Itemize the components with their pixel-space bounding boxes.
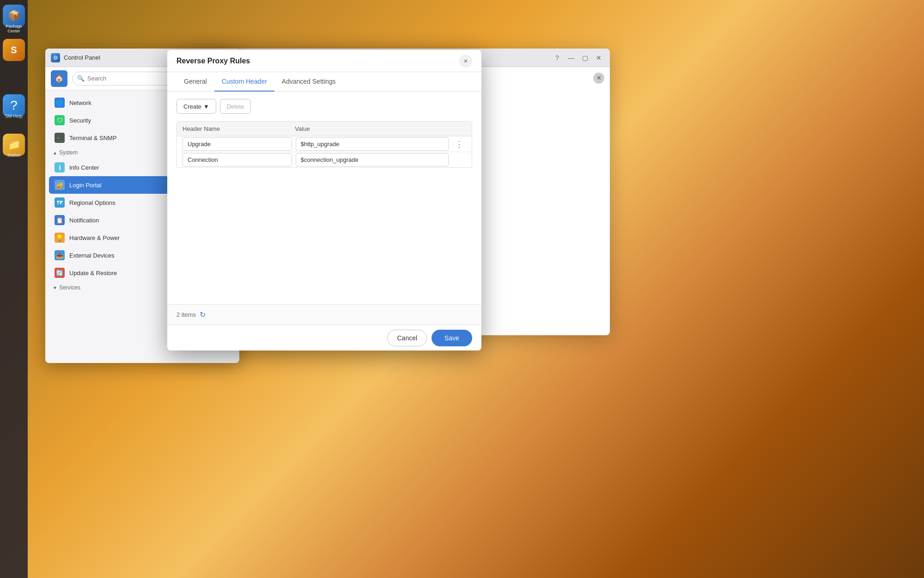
network-icon: 🌐 <box>55 98 65 108</box>
security-icon: 🛡 <box>55 115 65 125</box>
taskbar-item-question[interactable]: ? SM Help <box>0 94 27 119</box>
header-table: Header Name Value ⋮ <box>176 121 472 168</box>
system-section-arrow: ▲ <box>53 150 57 155</box>
modal-buttons: Cancel Save <box>167 325 481 350</box>
column-header-name: Header Name <box>182 125 295 132</box>
bg-window-close-btn[interactable]: ✕ <box>594 53 603 62</box>
bg-window-maximize-btn[interactable]: ▢ <box>580 53 590 62</box>
header-name-input-1[interactable] <box>182 137 292 151</box>
cp-titlebar-icon: ⚙ <box>51 53 60 62</box>
save-button[interactable]: Save <box>432 330 472 346</box>
tab-advanced-settings[interactable]: Advanced Settings <box>274 72 343 92</box>
bg-window-help-btn[interactable]: ? <box>553 53 562 62</box>
create-dropdown-arrow: ▼ <box>203 103 209 110</box>
synology-drive-icon[interactable]: S <box>3 39 25 61</box>
cell-header-name-1[interactable] <box>182 136 296 152</box>
services-section-arrow: ▼ <box>53 285 57 290</box>
table-header: Header Name Value <box>177 122 472 136</box>
package-center-icon[interactable]: 📦 <box>3 5 25 27</box>
tab-general[interactable]: General <box>176 72 214 92</box>
more-options-icon-1[interactable]: ⋮ <box>455 139 463 149</box>
sidebar-label-info-center: Info Center <box>69 164 99 171</box>
sidebar-label-external-devices: External Devices <box>69 252 115 259</box>
regional-icon: 🗺 <box>55 197 65 208</box>
cp-home-btn[interactable]: 🏠 <box>51 70 67 87</box>
sidebar-label-notification: Notification <box>69 217 99 224</box>
refresh-btn[interactable]: ↻ <box>200 310 206 319</box>
cell-value-2[interactable] <box>296 152 452 167</box>
header-name-input-2[interactable] <box>182 153 292 166</box>
station-label: Station <box>0 153 27 158</box>
cancel-button[interactable]: Cancel <box>387 330 427 346</box>
modal-body: Create ▼ Delete Header Name Value <box>167 92 481 304</box>
system-section-label: System <box>59 149 78 156</box>
help-icon[interactable]: ? <box>3 94 25 117</box>
update-restore-icon: 🔄 <box>55 268 65 278</box>
sidebar-label-update-restore: Update & Restore <box>69 270 117 277</box>
tab-custom-header[interactable]: Custom Header <box>214 72 274 92</box>
taskbar-item-package[interactable]: 📦 Package Center <box>0 5 27 33</box>
notification-icon: 📋 <box>55 215 65 225</box>
taskbar-item-folder[interactable]: 📁 Station <box>0 134 27 158</box>
sidebar-label-network: Network <box>69 99 91 106</box>
dsm-help-label: SM Help <box>0 114 27 119</box>
items-count: 2 items ↻ <box>176 310 206 319</box>
taskbar-item-synology[interactable]: S <box>3 39 25 61</box>
table-row: ⋮ <box>177 136 472 152</box>
info-center-icon: ℹ <box>55 162 65 172</box>
sidebar-label-hardware: Hardware & Power <box>69 234 120 241</box>
sidebar-label-security: Security <box>69 117 91 124</box>
row-action-1[interactable]: ⋮ <box>452 138 466 150</box>
search-icon: 🔍 <box>77 75 85 82</box>
hardware-icon: 💡 <box>55 233 65 243</box>
sidebar-label-terminal: Terminal & SNMP <box>69 135 117 141</box>
terminal-icon: >_ <box>55 133 65 143</box>
column-header-value: Value <box>295 125 452 132</box>
package-center-label: Package Center <box>0 24 27 33</box>
table-row <box>177 152 472 167</box>
cell-header-name-2[interactable] <box>182 152 296 167</box>
row-action-2 <box>452 159 466 161</box>
external-devices-icon: 📤 <box>55 250 65 260</box>
modal-titlebar: Reverse Proxy Rules × <box>167 50 481 72</box>
modal-toolbar: Create ▼ Delete <box>176 99 472 114</box>
sidebar-label-login-portal: Login Portal <box>69 182 101 189</box>
taskbar: 📦 Package Center S ? SM Help 📁 Station <box>0 0 28 578</box>
cell-value-1[interactable] <box>296 136 452 152</box>
bg-window-minimize-btn[interactable]: — <box>566 53 576 62</box>
items-count-label: 2 items <box>176 311 196 318</box>
bg-window-controls: ? — ▢ ✕ <box>553 53 603 62</box>
create-label: Create <box>183 103 201 110</box>
services-section-label: Services <box>59 284 80 291</box>
modal-tabs: General Custom Header Advanced Settings <box>167 72 481 92</box>
create-button[interactable]: Create ▼ <box>176 99 216 114</box>
login-portal-icon: 🔐 <box>55 180 65 190</box>
header-value-input-1[interactable] <box>296 137 449 151</box>
cp-title: Control Panel <box>64 54 182 61</box>
delete-button[interactable]: Delete <box>220 99 251 114</box>
modal-close-btn[interactable]: × <box>459 55 472 68</box>
modal-title: Reverse Proxy Rules <box>176 57 459 65</box>
reverse-proxy-modal: Reverse Proxy Rules × General Custom Hea… <box>167 50 481 350</box>
header-value-input-2[interactable] <box>296 153 449 166</box>
modal-footer-bar: 2 items ↻ <box>167 304 481 325</box>
sidebar-label-regional: Regional Options <box>69 199 116 206</box>
bg-window-close-x-btn[interactable]: ✕ <box>593 73 604 84</box>
folder-icon[interactable]: 📁 <box>3 134 25 156</box>
